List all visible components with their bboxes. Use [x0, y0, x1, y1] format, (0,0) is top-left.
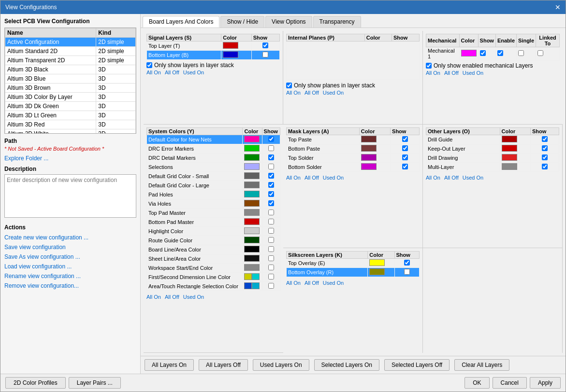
layer-row[interactable]: DRC Error Markers	[147, 144, 280, 153]
all-layers-off-btn[interactable]: All Layers Off	[199, 359, 248, 371]
color-swatch[interactable]	[361, 145, 377, 152]
config-row[interactable]: Altium 3D White3D	[5, 129, 136, 134]
show-checkbox[interactable]	[268, 228, 274, 234]
config-row[interactable]: Altium 3D Dk Green3D	[5, 102, 136, 111]
color-swatch[interactable]	[502, 145, 517, 152]
show-checkbox[interactable]	[262, 52, 268, 57]
cancel-btn[interactable]: Cancel	[493, 377, 527, 389]
layer-row[interactable]: Top Solder	[287, 153, 420, 162]
show-checkbox[interactable]	[402, 136, 408, 142]
tab-show-hide[interactable]: Show / Hide	[220, 16, 264, 28]
layer-pairs-btn[interactable]: Layer Pairs ...	[69, 377, 121, 389]
color-swatch[interactable]	[502, 154, 517, 161]
mech-only-checkbox[interactable]	[426, 63, 432, 69]
remove-action[interactable]: Remove view configuration...	[4, 281, 136, 291]
clear-all-layers-btn[interactable]: Clear All Layers	[454, 359, 509, 371]
show-checkbox[interactable]	[268, 210, 274, 215]
mask-all-off[interactable]: All Off	[305, 175, 319, 181]
show-checkbox[interactable]	[402, 154, 408, 160]
show-checkbox[interactable]	[402, 164, 408, 169]
linked-checkbox[interactable]	[537, 50, 543, 56]
color-swatch[interactable]	[223, 51, 238, 58]
signal-only-checkbox[interactable]	[146, 62, 152, 68]
color-swatch[interactable]	[244, 163, 260, 170]
color-swatch[interactable]	[361, 154, 377, 161]
color-swatch-left[interactable]	[244, 273, 252, 280]
signal-used-on[interactable]: Used On	[183, 70, 204, 75]
layer-row[interactable]: Default Grid Color - Large	[147, 181, 280, 190]
color-swatch[interactable]	[244, 237, 260, 243]
show-checkbox[interactable]	[268, 200, 274, 206]
layer-row[interactable]: Top Overlay (E)	[287, 258, 420, 267]
show-checkbox[interactable]	[268, 164, 274, 169]
other-used-on[interactable]: Used On	[463, 175, 483, 181]
ok-btn[interactable]: OK	[464, 377, 489, 389]
show-checkbox[interactable]	[268, 255, 274, 261]
color-swatch-right[interactable]	[252, 282, 260, 289]
layer-row[interactable]: Board Line/Area Color	[147, 245, 280, 254]
config-row[interactable]: Altium Standard 2D2D simple	[5, 47, 136, 56]
show-checkbox[interactable]	[268, 173, 274, 179]
close-button[interactable]: ✕	[555, 3, 561, 11]
layer-row[interactable]: Bottom Overlay (R)	[287, 267, 420, 277]
show-checkbox[interactable]	[268, 283, 274, 289]
silk-all-off[interactable]: All Off	[305, 280, 319, 286]
signal-all-on[interactable]: All On	[146, 70, 161, 75]
color-swatch[interactable]	[244, 264, 260, 271]
mech-all-off[interactable]: All Off	[444, 70, 459, 76]
mask-all-on[interactable]: All On	[286, 175, 301, 181]
color-swatch[interactable]	[244, 255, 260, 262]
show-checkbox[interactable]	[268, 145, 274, 151]
layer-row[interactable]: Sheet Line/Area Color	[147, 254, 280, 263]
show-checkbox[interactable]	[268, 191, 274, 197]
layer-row[interactable]: Bottom Layer (B)	[147, 51, 280, 60]
layer-row[interactable]: Workspace Start/End Color	[147, 263, 280, 272]
explore-folder-link[interactable]: Explore Folder ...	[4, 155, 136, 162]
tab-transparency[interactable]: Transparency	[313, 16, 361, 28]
internal-all-off[interactable]: All Off	[305, 90, 319, 96]
internal-used-on[interactable]: Used On	[323, 90, 344, 96]
config-row[interactable]: Altium 3D Lt Green3D	[5, 111, 136, 120]
config-row[interactable]: Altium Transparent 2D2D simple	[5, 56, 136, 65]
other-all-off[interactable]: All Off	[444, 175, 459, 181]
enable-checkbox[interactable]	[497, 50, 503, 56]
color-swatch[interactable]	[369, 268, 385, 275]
layer-row[interactable]: Bottom Paste	[287, 144, 420, 153]
show-checkbox[interactable]	[542, 154, 548, 160]
show-checkbox[interactable]	[268, 237, 274, 243]
color-swatch[interactable]	[361, 136, 377, 142]
show-checkbox[interactable]	[404, 260, 410, 266]
layer-row[interactable]: Top Pad Master	[147, 208, 280, 217]
layer-row[interactable]: Highlight Color	[147, 226, 280, 236]
description-textarea[interactable]	[4, 174, 136, 218]
layer-row[interactable]: Multi-Layer	[426, 162, 559, 171]
show-checkbox[interactable]	[404, 269, 410, 275]
mask-used-on[interactable]: Used On	[323, 175, 344, 181]
color-swatch[interactable]	[361, 163, 377, 170]
config-row[interactable]: Active Configuration2D simple	[5, 38, 136, 47]
show-checkbox[interactable]	[268, 246, 274, 252]
2d-profiles-btn[interactable]: 2D Color Profiles	[5, 377, 66, 389]
system-used-on[interactable]: Used On	[183, 294, 204, 300]
internal-all-on[interactable]: All On	[286, 90, 301, 96]
show-checkbox[interactable]	[542, 145, 548, 151]
layer-row[interactable]: Via Holes	[147, 199, 280, 208]
silk-used-on[interactable]: Used On	[323, 280, 344, 286]
tab-view-options[interactable]: View Options	[265, 16, 312, 28]
color-swatch[interactable]	[244, 191, 260, 197]
config-row[interactable]: Altium 3D Brown3D	[5, 84, 136, 93]
rename-action[interactable]: Rename view configuration ...	[4, 271, 136, 281]
single-checkbox[interactable]	[518, 50, 524, 56]
all-layers-on-btn[interactable]: All Layers On	[145, 359, 194, 371]
color-swatch[interactable]	[244, 227, 260, 234]
show-checkbox[interactable]	[402, 145, 408, 151]
config-row[interactable]: Altium 3D Red3D	[5, 120, 136, 129]
color-swatch[interactable]	[244, 182, 260, 188]
silk-all-on[interactable]: All On	[286, 280, 301, 286]
system-all-on[interactable]: All On	[146, 294, 161, 300]
layer-row[interactable]: DRC Detail Markers	[147, 153, 280, 162]
show-checkbox[interactable]	[268, 274, 274, 280]
other-all-on[interactable]: All On	[426, 175, 440, 181]
layer-row[interactable]: Top Paste	[287, 135, 420, 144]
color-swatch[interactable]	[244, 145, 260, 152]
